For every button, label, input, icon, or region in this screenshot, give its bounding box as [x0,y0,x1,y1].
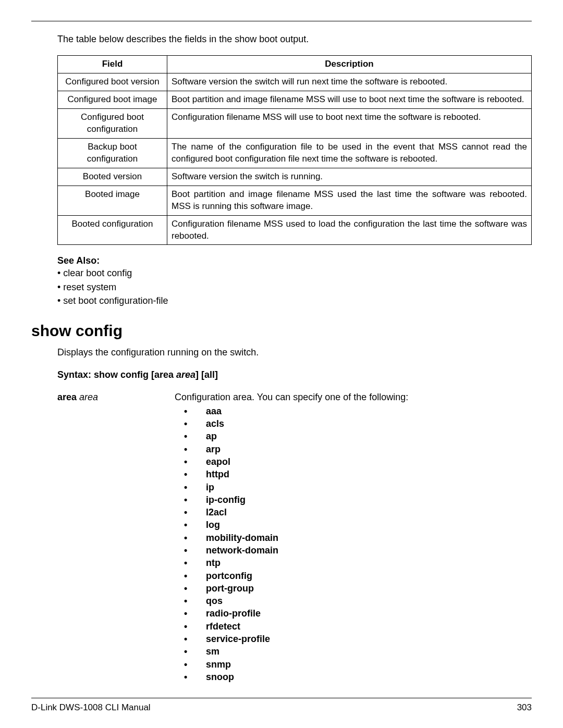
footer-right: 303 [517,702,532,713]
table-row: Booted imageBoot partition and image fil… [58,186,532,215]
option-item: service-profile [175,633,532,645]
field-cell: Booted image [58,186,167,215]
option-item: portconfig [175,570,532,582]
table-row: Booted configurationConfiguration filena… [58,215,532,245]
option-item: acls [175,417,532,430]
option-item: eapol [175,455,532,468]
option-item: l2acl [175,506,532,519]
option-item: mobility-domain [175,532,532,544]
top-rule [31,21,532,21]
option-item: rfdetect [175,620,532,633]
option-item: snoop [175,671,532,683]
table-row: Booted versionSoftware version the switc… [58,168,532,186]
th-desc: Description [167,56,532,73]
table-row: Configured boot configurationConfigurati… [58,109,532,139]
desc-cell: Configuration filename MSS will use to b… [167,109,532,139]
field-cell: Configured boot image [58,91,167,109]
see-also-item: • set boot configuration-file [57,294,532,307]
see-also-heading: See Also: [57,255,532,266]
fields-table: Field Description Configured boot versio… [57,55,532,245]
param-label-ital: area [79,392,98,402]
options-list: aaaaclsaparpeapolhttpdipip-configl2acllo… [175,405,532,684]
desc-cell: The name of the configuration file to be… [167,138,532,168]
page-footer: D-Link DWS-1008 CLI Manual 303 [31,698,532,728]
option-item: sm [175,645,532,658]
desc-cell: Configuration filename MSS used to load … [167,215,532,245]
syntax-prefix: Syntax: show config [area [57,369,176,380]
option-item: log [175,519,532,531]
option-item: radio-profile [175,607,532,620]
option-item: ip [175,481,532,493]
command-description: Displays the configuration running on th… [57,347,532,358]
see-also-list: • clear boot config• reset system• set b… [57,266,532,307]
syntax-area-ital: area [176,369,195,380]
option-item: aaa [175,405,532,417]
param-lead: Configuration area. You can specify one … [175,392,532,403]
param-body: Configuration area. You can specify one … [175,392,532,684]
table-row: Configured boot imageBoot partition and … [58,91,532,109]
syntax-line: Syntax: show config [area area] [all] [57,369,532,380]
field-cell: Booted version [58,168,167,186]
option-item: ap [175,430,532,442]
th-field: Field [58,56,167,73]
option-item: httpd [175,468,532,480]
option-item: ntp [175,557,532,569]
option-item: network-domain [175,544,532,557]
option-item: qos [175,595,532,607]
see-also-item: • reset system [57,280,532,294]
field-cell: Backup boot configuration [58,138,167,168]
field-cell: Configured boot configuration [58,109,167,139]
param-row: area area Configuration area. You can sp… [57,392,532,684]
option-item: ip-config [175,493,532,506]
desc-cell: Software version the switch will run nex… [167,73,532,91]
table-row: Configured boot versionSoftware version … [58,73,532,91]
option-item: arp [175,443,532,455]
option-item: port-group [175,582,532,595]
footer-left: D-Link DWS-1008 CLI Manual [31,702,151,713]
desc-cell: Boot partition and image filename MSS wi… [167,91,532,109]
table-row: Backup boot configurationThe name of the… [58,138,532,168]
field-cell: Booted configuration [58,215,167,245]
intro-text: The table below describes the fields in … [57,33,532,46]
command-title: show config [31,322,532,340]
param-name: area area [57,392,175,684]
param-label-bold: area [57,392,79,402]
field-cell: Configured boot version [58,73,167,91]
desc-cell: Boot partition and image filename MSS us… [167,186,532,215]
syntax-suffix: ] [all] [195,369,218,380]
see-also-item: • clear boot config [57,266,532,280]
option-item: snmp [175,658,532,671]
desc-cell: Software version the switch is running. [167,168,532,186]
